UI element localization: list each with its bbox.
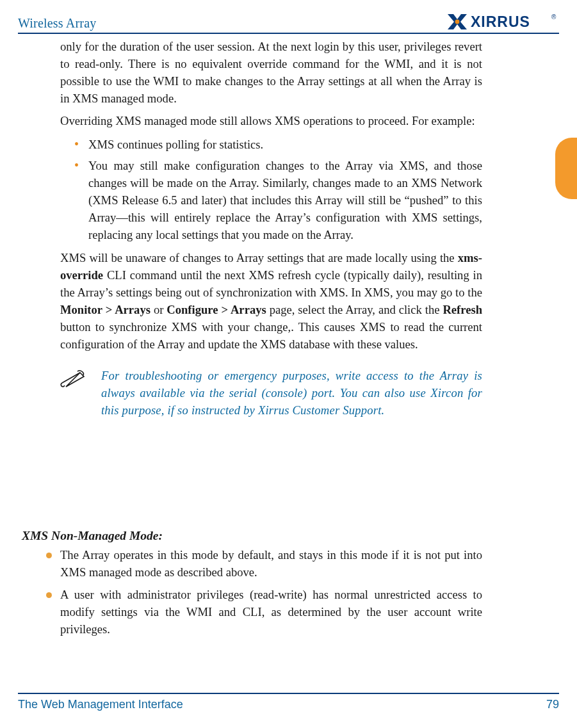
- note-block: For troubleshooting or emergency purpose…: [58, 368, 482, 419]
- list-item: You may still make configuration changes…: [88, 158, 482, 244]
- subsection-heading: XMS Non-Managed Mode:: [22, 529, 482, 543]
- text: XMS will be unaware of changes to Array …: [60, 251, 458, 264]
- note-icon: [58, 369, 87, 393]
- subsection: XMS Non-Managed Mode: The Array operates…: [22, 529, 482, 643]
- header-title: Wireless Array: [18, 16, 97, 31]
- footer-page-number: 79: [546, 698, 559, 711]
- text: button to synchronize XMS with your chan…: [60, 320, 482, 351]
- svg-point-1: [455, 20, 460, 24]
- paragraph: XMS will be unaware of changes to Array …: [60, 250, 482, 353]
- text: or: [150, 303, 167, 316]
- paragraph: only for the duration of the user sessio…: [60, 38, 482, 108]
- list-item: The Array operates in this mode by defau…: [60, 547, 482, 581]
- brand-logo: XIRRUS ®: [448, 13, 559, 31]
- outer-bullet-list: The Array operates in this mode by defau…: [22, 547, 482, 638]
- svg-text:®: ®: [551, 13, 557, 20]
- list-item: A user with administrator privileges (re…: [60, 586, 482, 638]
- bold-text: Refresh: [443, 303, 482, 316]
- brand-wordmark: XIRRUS: [471, 13, 530, 30]
- section-tab-icon: [555, 138, 577, 199]
- text: CLI command until the next XMS refresh c…: [60, 268, 482, 299]
- paragraph: Overriding XMS managed mode still allows…: [60, 113, 482, 130]
- bold-text: Configure > Arrays: [167, 303, 266, 316]
- xirrus-logo-icon: XIRRUS ®: [448, 13, 559, 31]
- text: page, select the Array, and click the: [266, 303, 443, 316]
- inner-bullet-list: XMS continues polling for statistics. Yo…: [60, 136, 482, 244]
- note-text: For troubleshooting or emergency purpose…: [101, 368, 482, 419]
- footer-left: The Web Management Interface: [18, 698, 183, 711]
- list-item: XMS continues polling for statistics.: [88, 136, 482, 154]
- body-content: only for the duration of the user sessio…: [60, 38, 482, 428]
- page-header: Wireless Array XIRRUS ®: [18, 9, 559, 34]
- page: Wireless Array XIRRUS ® only for the dur…: [0, 0, 577, 728]
- bold-text: Monitor > Arrays: [60, 303, 150, 316]
- page-footer: The Web Management Interface 79: [18, 693, 559, 711]
